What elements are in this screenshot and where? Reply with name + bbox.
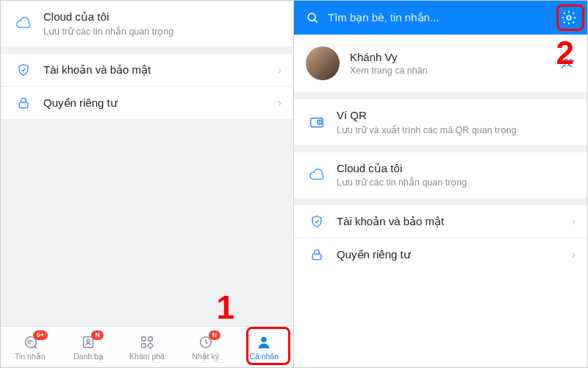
chevron-right-icon: › bbox=[572, 248, 576, 261]
chevron-right-icon: › bbox=[572, 215, 576, 228]
item-title: Tài khoản và bảo mật bbox=[337, 214, 566, 229]
cloud-icon bbox=[307, 167, 326, 183]
svg-rect-6 bbox=[148, 342, 154, 348]
avatar bbox=[306, 46, 340, 80]
item-texts: Cloud của tôi Lưu trữ các tin nhắn quan … bbox=[43, 10, 282, 38]
person-icon bbox=[256, 334, 272, 350]
group-security: Tài khoản và bảo mật › Quyền riêng tư › bbox=[1, 54, 293, 119]
profile-name: Khánh Vy bbox=[350, 51, 559, 63]
item-title: Tài khoản và bảo mật bbox=[43, 63, 272, 77]
lock-icon bbox=[307, 247, 326, 262]
item-privacy[interactable]: Quyền riêng tư › bbox=[294, 238, 587, 271]
svg-rect-5 bbox=[142, 343, 146, 347]
tab-label: Nhật ký bbox=[192, 352, 219, 361]
shield-icon bbox=[307, 214, 326, 229]
item-title: Quyền riêng tư bbox=[337, 247, 566, 262]
switch-account-icon[interactable] bbox=[559, 55, 576, 71]
svg-rect-4 bbox=[148, 336, 153, 341]
section-gap bbox=[294, 92, 587, 99]
screen-2: Tìm bạn bè, tin nhắn... Khánh Vy Xem tra… bbox=[294, 1, 587, 367]
screen-1: Cloud của tôi Lưu trữ các tin nhắn quan … bbox=[1, 1, 294, 367]
item-account-security[interactable]: Tài khoản và bảo mật › bbox=[1, 54, 293, 87]
tab-messages[interactable]: 5+ Tin nhắn bbox=[1, 327, 60, 367]
item-qr-wallet[interactable]: Ví QR Lưu trữ và xuất trình các mã QR qu… bbox=[294, 99, 587, 145]
settings-button[interactable] bbox=[558, 7, 580, 29]
svg-rect-14 bbox=[312, 254, 321, 260]
bottom-tabbar: 5+ Tin nhắn N Danh bạ Khám phá N Nhật ký bbox=[1, 326, 293, 367]
item-cloud[interactable]: Cloud của tôi Lưu trữ các tin nhắn quan … bbox=[1, 1, 293, 46]
section-gap bbox=[1, 46, 293, 54]
profile-row[interactable]: Khánh Vy Xem trang cá nhân bbox=[294, 35, 587, 92]
tab-label: Khám phá bbox=[129, 352, 165, 361]
item-cloud[interactable]: Cloud của tôi Lưu trữ các tin nhắn quan … bbox=[294, 152, 587, 198]
search-input[interactable]: Tìm bạn bè, tin nhắn... bbox=[328, 11, 558, 24]
group-security: Tài khoản và bảo mật › Quyền riêng tư › bbox=[294, 205, 587, 271]
badge: N bbox=[91, 330, 104, 340]
tab-label: Tin nhắn bbox=[15, 352, 46, 361]
svg-point-11 bbox=[564, 60, 568, 64]
svg-rect-3 bbox=[142, 336, 146, 341]
spacer bbox=[1, 119, 293, 326]
profile-sub: Xem trang cá nhân bbox=[350, 66, 559, 76]
tab-me[interactable]: Cá nhân bbox=[234, 327, 293, 367]
search-icon[interactable] bbox=[304, 10, 320, 25]
lock-icon bbox=[14, 96, 33, 110]
group-qr: Ví QR Lưu trữ và xuất trình các mã QR qu… bbox=[294, 99, 587, 145]
chevron-right-icon: › bbox=[278, 96, 282, 110]
item-account-security[interactable]: Tài khoản và bảo mật › bbox=[294, 205, 587, 238]
gear-icon bbox=[561, 10, 577, 26]
tab-contacts[interactable]: N Danh bạ bbox=[60, 327, 118, 367]
group-cloud: Cloud của tôi Lưu trữ các tin nhắn quan … bbox=[1, 1, 293, 46]
shield-icon bbox=[14, 63, 33, 77]
chevron-right-icon: › bbox=[278, 63, 282, 77]
tab-diary[interactable]: N Nhật ký bbox=[176, 327, 235, 367]
cloud-icon bbox=[14, 15, 33, 32]
tab-label: Danh bạ bbox=[74, 352, 104, 361]
badge: N bbox=[209, 330, 221, 340]
item-title: Quyền riêng tư bbox=[43, 96, 272, 110]
section-gap bbox=[294, 198, 587, 205]
item-sub: Lưu trữ các tin nhắn quan trọng bbox=[337, 177, 576, 188]
item-privacy[interactable]: Quyền riêng tư › bbox=[1, 87, 293, 119]
svg-rect-13 bbox=[318, 120, 322, 124]
tab-label: Cá nhân bbox=[249, 352, 279, 361]
item-title: Cloud của tôi bbox=[43, 10, 282, 24]
item-title: Ví QR bbox=[337, 108, 576, 123]
svg-point-2 bbox=[87, 339, 90, 342]
svg-point-8 bbox=[262, 336, 267, 342]
svg-point-9 bbox=[308, 13, 315, 21]
item-sub: Lưu trữ các tin nhắn quan trọng bbox=[43, 26, 282, 38]
qr-wallet-icon bbox=[307, 114, 326, 130]
group-cloud: Cloud của tôi Lưu trữ các tin nhắn quan … bbox=[294, 152, 587, 198]
search-bar: Tìm bạn bè, tin nhắn... bbox=[294, 1, 587, 35]
grid-icon bbox=[139, 334, 155, 350]
tab-discover[interactable]: Khám phá bbox=[118, 327, 176, 367]
badge: 5+ bbox=[33, 330, 48, 340]
svg-point-10 bbox=[567, 15, 571, 20]
item-sub: Lưu trữ và xuất trình các mã QR quan trọ… bbox=[337, 124, 576, 136]
svg-rect-0 bbox=[19, 102, 28, 108]
item-title: Cloud của tôi bbox=[337, 161, 576, 176]
section-gap bbox=[294, 145, 587, 152]
